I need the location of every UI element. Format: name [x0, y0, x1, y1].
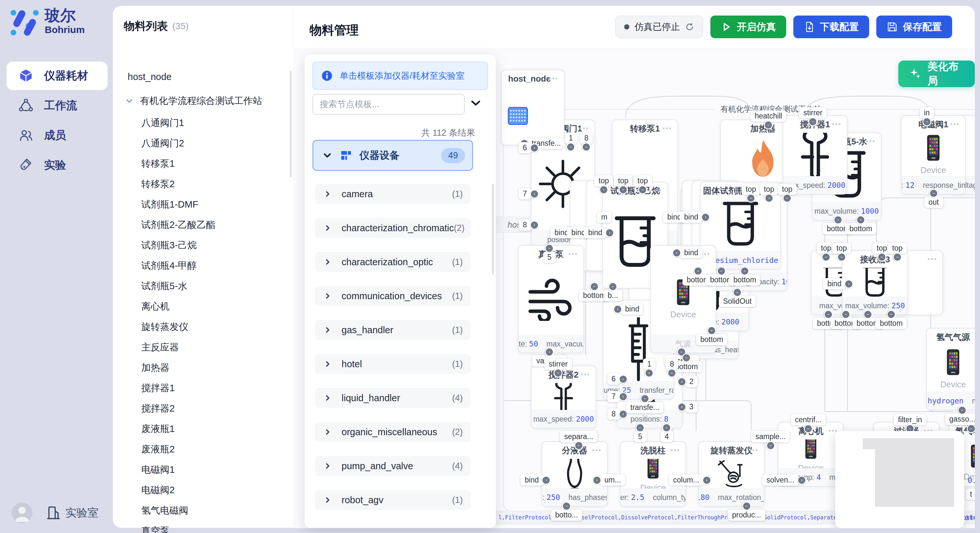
material-item-10[interactable]: 旋转蒸发仪: [120, 317, 288, 337]
port-bind[interactable]: bind›: [621, 303, 643, 315]
port-bind[interactable]: bind›: [680, 247, 702, 259]
port-connector-dot[interactable]: ›: [545, 347, 554, 357]
node-menu-icon[interactable]: •••: [950, 121, 960, 128]
node-menu-icon[interactable]: •••: [749, 447, 759, 454]
port-m[interactable]: m: [597, 211, 611, 223]
port-t[interactable]: t: [966, 489, 975, 500]
port-solven[interactable]: solven...›: [762, 474, 799, 486]
node-menu-icon[interactable]: •••: [662, 125, 672, 132]
port-connector-dot[interactable]: ›: [746, 194, 756, 203]
material-item-12[interactable]: 加热器: [120, 357, 288, 378]
port-stirrer[interactable]: stirrer›: [544, 359, 572, 370]
port-7[interactable]: 7›: [607, 391, 620, 402]
material-item-15[interactable]: 废液瓶1: [120, 419, 288, 439]
material-item-1[interactable]: 八通阀门2: [120, 133, 288, 154]
node-分液器[interactable]: 分液器•••volume: 250has_phases: true: [541, 441, 608, 507]
material-item-13[interactable]: 搅拌器1: [120, 378, 288, 398]
port-8[interactable]: 8›: [666, 359, 678, 370]
port-connector-dot[interactable]: ›: [797, 476, 806, 485]
port-8[interactable]: 8›: [580, 132, 593, 144]
sidebar-item-instruments[interactable]: 仪器耗材: [6, 62, 108, 90]
node-搅拌器1[interactable]: 搅拌器1•••max_speed: 2000: [783, 115, 848, 195]
port-connector-dot[interactable]: ›: [702, 476, 711, 485]
port-4[interactable]: 4›: [660, 431, 673, 443]
port-connector-dot[interactable]: ›: [740, 266, 749, 276]
port-bind[interactable]: bind›: [520, 474, 543, 486]
port-connector-dot[interactable]: ›: [742, 501, 751, 511]
port-3[interactable]: 3›: [685, 401, 698, 412]
minimap[interactable]: [835, 431, 964, 528]
port-top[interactable]: top›: [832, 243, 851, 254]
port-8[interactable]: 8›: [519, 219, 531, 230]
sidebar-item-members[interactable]: 成员: [0, 121, 113, 150]
node-menu-icon[interactable]: •••: [653, 187, 662, 194]
node-host_node[interactable]: host_node•••: [501, 70, 565, 145]
template-item-liquid_handler[interactable]: liquid_handler(4): [315, 388, 471, 408]
node-menu-icon[interactable]: •••: [568, 250, 578, 258]
template-item-characterization_chromatic[interactable]: characterization_chromatic(2): [315, 218, 471, 238]
port-connector-dot[interactable]: ›: [717, 266, 726, 276]
port-connector-dot[interactable]: ›: [922, 117, 931, 126]
node-menu-icon[interactable]: •••: [670, 447, 680, 454]
port-produc[interactable]: produc...›: [728, 509, 765, 521]
sidebar-item-experiments[interactable]: 实验: [0, 151, 113, 179]
material-item-9[interactable]: 离心机: [120, 296, 288, 317]
chevron-down-icon[interactable]: [125, 97, 134, 105]
material-item-2[interactable]: 转移泵1: [120, 154, 288, 174]
material-item-5[interactable]: 试剂瓶2-乙酸乙酯: [120, 215, 288, 235]
port-bind[interactable]: bind›: [823, 278, 845, 289]
node-menu-icon[interactable]: •••: [549, 75, 559, 82]
port-connector-dot[interactable]: ›: [530, 220, 539, 230]
material-root-host-node[interactable]: host_node: [120, 64, 288, 89]
port-8[interactable]: 8›: [607, 408, 620, 420]
node-menu-icon[interactable]: •••: [928, 255, 937, 263]
template-item-robot_agv[interactable]: robot_agv(1): [315, 490, 471, 510]
port-heatchill[interactable]: heatchill›: [751, 110, 786, 122]
port-connector-dot[interactable]: ›: [834, 215, 843, 224]
material-item-20[interactable]: 真空泵: [120, 521, 288, 533]
port-connector-dot[interactable]: ›: [764, 121, 773, 130]
port-bottom[interactable]: bottom›: [876, 318, 907, 329]
port-5[interactable]: 5›: [634, 431, 646, 443]
node-洗脱柱[interactable]: 洗脱柱•••Devicediameter: 2.5column_type: si: [620, 441, 686, 507]
port-connector-dot[interactable]: ›: [694, 266, 703, 276]
brand-logo[interactable]: 玻尔 Bohrium: [9, 7, 84, 38]
port-connector-dot[interactable]: ›: [619, 409, 628, 419]
port-connector-dot[interactable]: ›: [677, 377, 686, 386]
template-item-gas_handler[interactable]: gas_handler(1): [315, 320, 471, 340]
port-2[interactable]: 2›: [685, 376, 698, 387]
material-item-7[interactable]: 试剂瓶4-甲醇: [120, 255, 288, 276]
port-SolidOut[interactable]: SolidOut›: [719, 296, 756, 307]
material-item-17[interactable]: 电磁阀1: [120, 460, 288, 480]
node-menu-icon[interactable]: •••: [581, 371, 590, 378]
port-connector-dot[interactable]: ›: [599, 185, 608, 194]
port-centrif[interactable]: centrif...›: [791, 414, 826, 425]
refresh-icon[interactable]: [685, 22, 694, 32]
template-item-hotel[interactable]: hotel(1): [315, 354, 471, 374]
port-connector-dot[interactable]: ›: [677, 403, 686, 412]
port-bind[interactable]: bind›: [584, 227, 606, 238]
minimap-viewport[interactable]: [875, 438, 954, 507]
node-menu-icon[interactable]: •••: [592, 447, 602, 454]
port-connector-dot[interactable]: ›: [605, 228, 614, 237]
port-connector-dot[interactable]: ›: [967, 424, 975, 433]
material-item-4[interactable]: 试剂瓶1-DMF: [120, 194, 288, 215]
material-item-8[interactable]: 试剂瓶5-水: [120, 276, 288, 296]
simulation-status[interactable]: 仿真已停止: [615, 16, 703, 38]
download-config-button[interactable]: 下载配置: [793, 16, 869, 38]
port-connector-dot[interactable]: ›: [929, 189, 938, 198]
port-connector-dot[interactable]: ›: [619, 185, 628, 194]
port-bottom[interactable]: bottom›: [845, 223, 876, 235]
port-bottom[interactable]: bottom›: [729, 274, 760, 286]
port-connector-dot[interactable]: ›: [635, 423, 644, 432]
port-connector-dot[interactable]: ›: [821, 252, 830, 262]
port-connector-dot[interactable]: ›: [765, 194, 773, 203]
port-connector-dot[interactable]: ›: [608, 282, 617, 291]
port-connector-dot[interactable]: ›: [662, 423, 671, 432]
port-top[interactable]: top›: [778, 184, 797, 195]
material-group-workstation[interactable]: 有机化学流程综合测试工作站: [120, 89, 288, 113]
port-connector-dot[interactable]: ›: [733, 288, 742, 297]
material-item-18[interactable]: 电磁阀2: [120, 480, 288, 500]
port-1[interactable]: 1›: [643, 359, 655, 370]
port-connector-dot[interactable]: ›: [893, 252, 902, 262]
